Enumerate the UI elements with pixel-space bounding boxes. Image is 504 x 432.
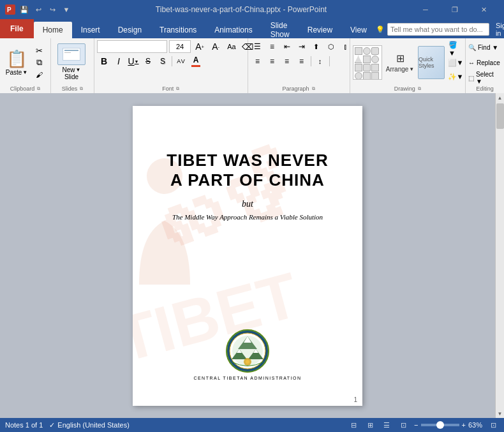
quick-styles-col: Quick Styles [418, 46, 445, 79]
zoom-thumb[interactable] [436, 421, 444, 429]
content-area: ꩮꨃ TIBET TIBET WAS NEVERA PART OF CHINA … [0, 93, 504, 418]
scroll-thumb[interactable] [496, 103, 504, 129]
status-bar-left: Notes 1 of 1 ✓ English (United States) [5, 421, 130, 429]
tell-me-box[interactable]: 💡 [376, 23, 489, 36]
shape-effects-button[interactable]: ✨▼ [448, 70, 463, 83]
shape-outline-button[interactable]: ⬜▼ [448, 56, 463, 69]
align-right-button[interactable]: ≡ [280, 55, 294, 68]
restore-button[interactable]: ❐ [440, 0, 470, 19]
redo-icon[interactable]: ↪ [47, 4, 57, 15]
font-expand-icon[interactable]: ⧉ [176, 86, 179, 91]
tab-review[interactable]: Review [299, 22, 341, 38]
zoom-in-icon[interactable]: + [462, 421, 466, 429]
change-case-button[interactable]: Aa [225, 40, 239, 53]
align-left-button[interactable]: ≡ [251, 55, 265, 68]
paste-button[interactable]: 📋 Paste ▼ [3, 45, 31, 80]
tibetan-emblem-svg [225, 329, 270, 373]
font-size-input[interactable]: 24 [169, 40, 191, 53]
tab-slideshow[interactable]: Slide Show [262, 22, 299, 38]
underline-button[interactable]: U▼ [126, 55, 140, 68]
strikethrough-button[interactable]: S [141, 55, 155, 68]
editing-label: Editing [468, 85, 501, 93]
quick-styles-button[interactable]: Quick Styles [418, 46, 445, 79]
tab-view[interactable]: View [341, 22, 376, 38]
find-button[interactable]: 🔍 Find ▼ [468, 40, 501, 54]
zoom-control[interactable]: − + 63% [414, 421, 482, 429]
sign-in-button[interactable]: Sign in [492, 20, 504, 38]
drawing-color-buttons: 🪣▼ ⬜▼ ✨▼ [448, 42, 463, 83]
tab-home[interactable]: Home [34, 22, 72, 38]
tab-file[interactable]: File [0, 19, 34, 38]
replace-icon: ↔ [468, 59, 475, 66]
font-name-input[interactable] [97, 40, 167, 53]
select-button[interactable]: ⬚ Select ▼ [468, 71, 501, 85]
clipboard-group: 📋 Paste ▼ ✂ ⧉ 🖌 Clipboard ⧉ [0, 38, 51, 93]
new-slide-label: New [63, 66, 75, 73]
save-icon[interactable]: 💾 [19, 4, 29, 15]
italic-button[interactable]: I [112, 55, 126, 68]
justify-button[interactable]: ≡ [295, 55, 309, 68]
arrange-icon: ⊞ [396, 52, 404, 64]
close-button[interactable]: ✕ [470, 0, 499, 19]
font-group: 24 A+ A- Aa ⌫ B I U▼ S S AV [94, 38, 248, 93]
tab-transitions[interactable]: Transitions [151, 22, 205, 38]
text-shadow-button[interactable]: S [156, 55, 170, 68]
slideshow-view-button[interactable]: ⊡ [397, 419, 409, 431]
paragraph-expand-icon[interactable]: ⧉ [312, 86, 315, 91]
increase-indent-button[interactable]: ⇥ [295, 40, 309, 53]
slides-expand-icon[interactable]: ⧉ [80, 86, 83, 91]
font-color-button[interactable]: A [189, 55, 203, 68]
bullet-list-button[interactable]: ☰ [251, 40, 265, 53]
shape-fill-button[interactable]: 🪣▼ [448, 42, 463, 55]
replace-button[interactable]: ↔ Replace [468, 56, 501, 70]
format-painter-button[interactable]: 🖌 [32, 69, 46, 80]
tab-animations[interactable]: Animations [205, 22, 261, 38]
decrease-indent-button[interactable]: ⇤ [280, 40, 294, 53]
header-right: 💡 Sign in Share [376, 20, 504, 38]
slide-area: ꩮꨃ TIBET TIBET WAS NEVERA PART OF CHINA … [0, 93, 495, 418]
decrease-font-button[interactable]: A- [209, 40, 223, 53]
text-direction-button[interactable]: ⬆ [309, 40, 323, 53]
numbered-list-button[interactable]: ≡ [265, 40, 279, 53]
clipboard-group-body: 📋 Paste ▼ ✂ ⧉ 🖌 [3, 40, 48, 85]
slide-but: but [242, 199, 253, 209]
customize-icon[interactable]: ▼ [61, 4, 71, 15]
char-spacing-button[interactable]: AV [174, 55, 188, 68]
align-center-button[interactable]: ≡ [265, 55, 279, 68]
paste-icon: 📋 [6, 49, 27, 69]
status-bar: Notes 1 of 1 ✓ English (United States) ⊟… [0, 418, 504, 432]
slide-sorter-button[interactable]: ⊞ [364, 419, 376, 431]
shapes-palette[interactable] [353, 45, 382, 80]
slide-title: TIBET WAS NEVERA PART OF CHINA [167, 151, 328, 190]
tab-insert[interactable]: Insert [72, 22, 109, 38]
tell-me-input[interactable] [387, 23, 489, 36]
format-buttons-row: B I U▼ S S AV A [97, 55, 203, 68]
bold-button[interactable]: B [97, 55, 111, 68]
new-slide-button[interactable]: New ▼ Slide [54, 43, 89, 82]
fit-slide-button[interactable]: ⊡ [487, 419, 499, 431]
scroll-track[interactable] [496, 102, 505, 409]
minimize-button[interactable]: ─ [411, 0, 440, 19]
clipboard-expand-icon[interactable]: ⧉ [37, 86, 40, 91]
drawing-sub-buttons: ⊞ Arrange ▼ [386, 46, 414, 79]
convert-to-smartart-button[interactable]: ⬡ [324, 40, 338, 53]
copy-button[interactable]: ⧉ [32, 57, 46, 68]
zoom-slider[interactable] [421, 424, 459, 426]
slide[interactable]: ꩮꨃ TIBET TIBET WAS NEVERA PART OF CHINA … [133, 106, 362, 406]
drawing-expand-icon[interactable]: ⧉ [418, 86, 421, 91]
reading-view-button[interactable]: ☰ [381, 419, 392, 431]
vertical-scrollbar[interactable]: ▲ ▼ [495, 93, 504, 418]
tab-design[interactable]: Design [109, 22, 151, 38]
undo-icon[interactable]: ↩ [33, 4, 43, 15]
arrange-button[interactable]: ⊞ Arrange ▼ [386, 46, 414, 79]
cut-button[interactable]: ✂ [32, 45, 46, 56]
scroll-up-button[interactable]: ▲ [496, 93, 505, 102]
scroll-down-button[interactable]: ▼ [496, 409, 505, 418]
zoom-out-icon[interactable]: − [414, 421, 418, 429]
font-label: Font ⧉ [97, 85, 245, 93]
normal-view-button[interactable]: ⊟ [348, 419, 359, 431]
title-bar: P 💾 ↩ ↪ ▼ Tibet-was-never-a-part-of-Chin… [0, 0, 504, 19]
slides-label: Slides ⧉ [54, 85, 91, 93]
line-spacing-button[interactable]: ↕ [313, 55, 327, 68]
increase-font-button[interactable]: A+ [193, 40, 207, 53]
